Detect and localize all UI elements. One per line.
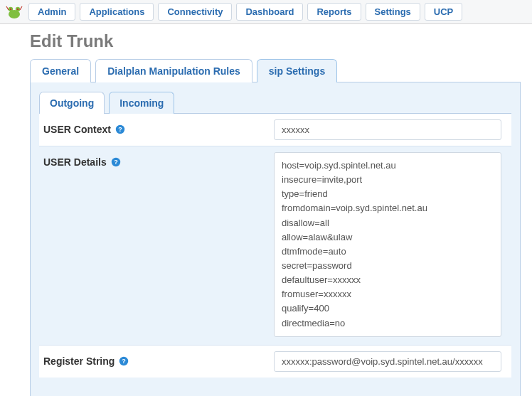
svg-text:?: ? <box>122 358 127 365</box>
tab-outgoing[interactable]: Outgoing <box>39 92 105 114</box>
nav-admin[interactable]: Admin <box>28 3 75 21</box>
help-icon[interactable]: ? <box>111 157 121 167</box>
nav-applications[interactable]: Applications <box>80 3 154 21</box>
user-details-textarea[interactable] <box>274 152 501 337</box>
svg-text:?: ? <box>114 159 118 166</box>
user-context-input[interactable] <box>274 119 501 140</box>
top-nav: Admin Applications Connectivity Dashboar… <box>0 0 532 24</box>
tab-incoming[interactable]: Incoming <box>109 92 174 114</box>
logo <box>4 4 24 21</box>
label-user-context-text: USER Context <box>43 124 111 135</box>
nav-dashboard[interactable]: Dashboard <box>236 3 303 21</box>
label-user-details: USER Details ? <box>39 146 274 178</box>
label-user-context: USER Context ? <box>39 114 274 145</box>
svg-text:?: ? <box>118 126 122 133</box>
help-icon[interactable]: ? <box>115 124 125 134</box>
nav-settings[interactable]: Settings <box>366 3 420 21</box>
sip-settings-panel: Outgoing Incoming USER Context ? USER De… <box>30 82 521 396</box>
nav-ucp[interactable]: UCP <box>425 3 462 21</box>
row-register-string: Register String ? <box>39 345 511 378</box>
tab-general[interactable]: General <box>30 59 91 82</box>
incoming-form: USER Context ? USER Details ? <box>39 114 511 378</box>
tabs-direction: Outgoing Incoming <box>39 91 511 114</box>
label-register-string-text: Register String <box>43 355 115 367</box>
svg-point-4 <box>17 8 18 9</box>
register-string-input[interactable] <box>274 351 501 372</box>
help-icon[interactable]: ? <box>119 356 129 366</box>
svg-point-3 <box>10 8 11 9</box>
nav-reports[interactable]: Reports <box>307 3 361 21</box>
row-user-details: USER Details ? <box>39 146 511 345</box>
tabs-main: General Dialplan Manipulation Rules sip … <box>30 58 521 82</box>
row-user-context: USER Context ? <box>39 114 511 146</box>
tab-sip-settings[interactable]: sip Settings <box>257 59 337 82</box>
label-user-details-text: USER Details <box>43 156 107 168</box>
label-register-string: Register String ? <box>39 346 274 377</box>
nav-connectivity[interactable]: Connectivity <box>158 3 232 21</box>
page-title: Edit Trunk <box>30 31 521 51</box>
tab-dialplan-rules[interactable]: Dialplan Manipulation Rules <box>95 59 252 82</box>
